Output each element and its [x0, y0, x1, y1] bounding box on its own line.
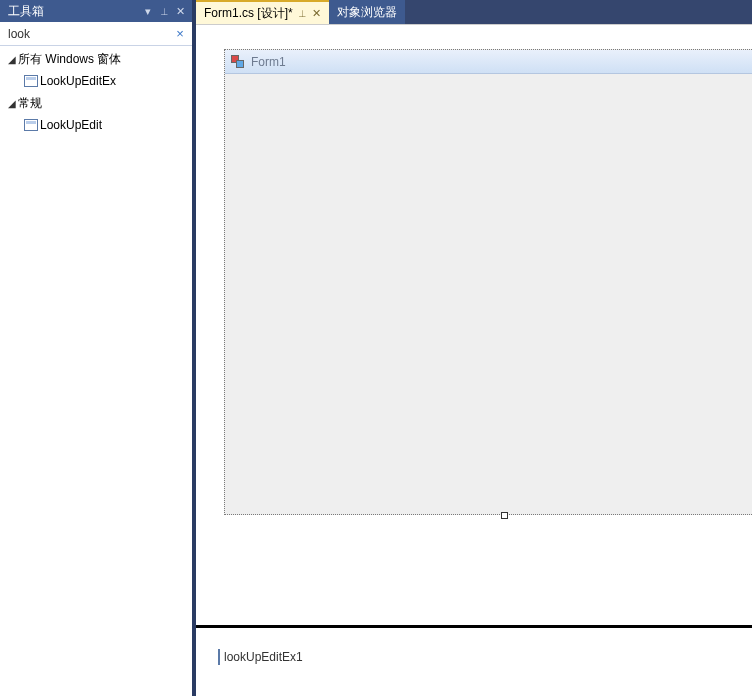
- toolbox-item-label: LookUpEditEx: [40, 74, 116, 88]
- toolbox-title: 工具箱: [8, 3, 140, 20]
- toolbox-panel: 工具箱 ▾ ✕ × ◢ 所有 Windows 窗体 LookUpEditEx ◢…: [0, 0, 196, 696]
- toolbox-search-row: ×: [0, 22, 192, 46]
- component-icon: [22, 119, 40, 131]
- resize-handle-south[interactable]: [501, 512, 508, 519]
- document-tabstrip: Form1.cs [设计]* ✕ 对象浏览器: [196, 0, 752, 24]
- tray-item-lookupeditex1[interactable]: lookUpEditEx1: [218, 650, 303, 664]
- toolbox-group-general[interactable]: ◢ 常规: [0, 92, 192, 114]
- toolbox-item-lookupedit[interactable]: LookUpEdit: [0, 114, 192, 136]
- tab-label: Form1.cs [设计]*: [204, 5, 293, 22]
- component-icon: [22, 75, 40, 87]
- tray-item-label: lookUpEditEx1: [224, 650, 303, 664]
- form-design-canvas[interactable]: Form1: [224, 49, 752, 515]
- designer-surface[interactable]: Form1 lookUpEditEx1: [196, 24, 752, 696]
- form-title: Form1: [251, 55, 286, 69]
- dropdown-icon[interactable]: ▾: [140, 3, 156, 19]
- tab-object-browser[interactable]: 对象浏览器: [329, 0, 405, 24]
- form-titlebar: Form1: [225, 50, 752, 74]
- toolbox-tree: ◢ 所有 Windows 窗体 LookUpEditEx ◢ 常规 LookUp…: [0, 46, 192, 696]
- toolbox-item-label: LookUpEdit: [40, 118, 102, 132]
- tab-form-designer[interactable]: Form1.cs [设计]* ✕: [196, 0, 329, 24]
- close-icon[interactable]: ✕: [172, 3, 188, 19]
- toolbox-header: 工具箱 ▾ ✕: [0, 0, 192, 22]
- winform-icon: [231, 55, 245, 69]
- toolbox-group-label: 所有 Windows 窗体: [18, 51, 121, 68]
- main-area: Form1.cs [设计]* ✕ 对象浏览器 Form1 lookUpEditE…: [196, 0, 752, 696]
- tab-label: 对象浏览器: [337, 4, 397, 21]
- close-tab-icon[interactable]: ✕: [312, 7, 321, 20]
- toolbox-group-label: 常规: [18, 95, 42, 112]
- toolbox-search-input[interactable]: [8, 27, 172, 41]
- toolbox-item-lookupeditex[interactable]: LookUpEditEx: [0, 70, 192, 92]
- clear-search-icon[interactable]: ×: [172, 26, 188, 42]
- pin-icon[interactable]: [156, 3, 172, 19]
- chevron-down-icon: ◢: [6, 54, 18, 65]
- chevron-down-icon: ◢: [6, 98, 18, 109]
- pin-icon[interactable]: [299, 7, 306, 19]
- component-tray: lookUpEditEx1: [196, 628, 752, 696]
- toolbox-group-all-windows-forms[interactable]: ◢ 所有 Windows 窗体: [0, 48, 192, 70]
- component-icon: [218, 650, 220, 664]
